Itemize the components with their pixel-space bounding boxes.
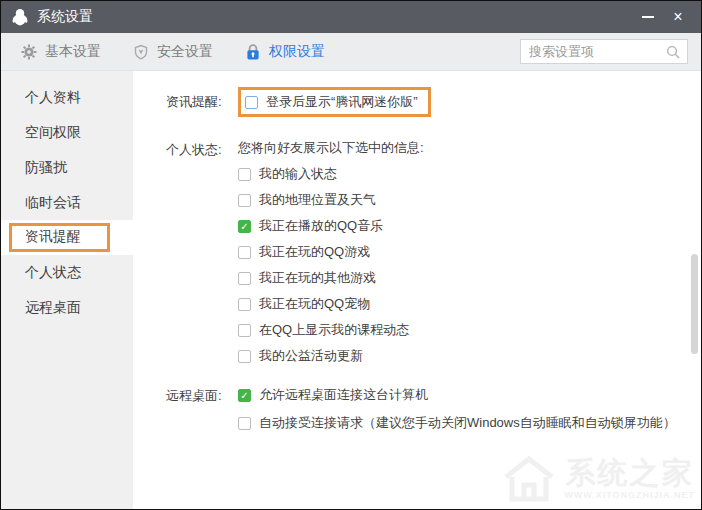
- sidebar-item[interactable]: 防骚扰: [1, 150, 133, 185]
- sidebar-item-label: 个人状态: [25, 264, 81, 282]
- search-icon[interactable]: [665, 44, 681, 60]
- section-personal-status: 个人状态: 您将向好友展示以下选中的信息:我的输入状态我的地理位置及天气✓我正在…: [166, 135, 701, 369]
- section-label: 远程桌面:: [166, 381, 238, 405]
- checkbox-unchecked[interactable]: [238, 417, 251, 430]
- checkbox-unchecked[interactable]: [238, 350, 251, 363]
- tab-label: 基本设置: [45, 43, 101, 61]
- checkbox-row: 我正在玩的QQ游戏: [238, 239, 424, 265]
- checkbox-unchecked[interactable]: [238, 246, 251, 259]
- checkbox-row: 我正在玩的QQ宠物: [238, 291, 424, 317]
- checkbox-unchecked[interactable]: [238, 194, 251, 207]
- sidebar-item-label: 防骚扰: [25, 159, 67, 177]
- checkbox-label: 在QQ上显示我的课程动态: [259, 321, 409, 339]
- tab-permission-settings[interactable]: 权限设置: [245, 43, 325, 61]
- checkbox-label: 登录后显示“腾讯网迷你版”: [266, 93, 418, 111]
- checkbox-unchecked[interactable]: [238, 324, 251, 337]
- checkbox-unchecked[interactable]: [238, 168, 251, 181]
- tabbar: 基本设置 安全设置 权限设置: [1, 33, 701, 71]
- shield-icon: [133, 44, 149, 60]
- qq-penguin-icon: [11, 8, 29, 26]
- sidebar-item-label: 远程桌面: [25, 299, 81, 317]
- checkbox-row: 我的公益活动更新: [238, 343, 424, 369]
- checkbox-row: 我的输入状态: [238, 161, 424, 187]
- window-title: 系统设置: [37, 8, 633, 26]
- sidebar-item[interactable]: 资讯提醒: [1, 220, 133, 255]
- checkbox-row: 自动接受连接请求（建议您手动关闭Windows自动睡眠和自动锁屏功能）: [238, 409, 676, 437]
- checkbox-row: ✓允许远程桌面连接这台计算机: [238, 381, 676, 409]
- tab-label: 权限设置: [269, 43, 325, 61]
- section-rows: 您将向好友展示以下选中的信息:我的输入状态我的地理位置及天气✓我正在播放的QQ音…: [238, 135, 424, 369]
- sidebar: 个人资料空间权限防骚扰临时会话资讯提醒个人状态远程桌面: [1, 71, 133, 509]
- checkbox-label: 我正在玩的QQ宠物: [259, 295, 370, 313]
- search-box: [520, 39, 688, 64]
- checkbox-row: 在QQ上显示我的课程动态: [238, 317, 424, 343]
- tab-label: 安全设置: [157, 43, 213, 61]
- scrollbar-thumb[interactable]: [691, 254, 698, 354]
- checkbox-label: 我的输入状态: [259, 165, 337, 183]
- checkbox-label: 我正在玩的其他游戏: [259, 269, 376, 287]
- sidebar-item-label: 个人资料: [25, 89, 81, 107]
- section-rows: 登录后显示“腾讯网迷你版”: [238, 87, 431, 117]
- checkbox-label: 我的公益活动更新: [259, 347, 363, 365]
- tab-basic-settings[interactable]: 基本设置: [21, 43, 101, 61]
- sidebar-item[interactable]: 远程桌面: [1, 290, 133, 325]
- section-intro: 您将向好友展示以下选中的信息:: [238, 135, 424, 161]
- titlebar: 系统设置 ×: [1, 1, 701, 33]
- checkbox-row: 我正在玩的其他游戏: [238, 265, 424, 291]
- minimize-button[interactable]: [633, 4, 663, 30]
- checkbox-label: 自动接受连接请求（建议您手动关闭Windows自动睡眠和自动锁屏功能）: [259, 414, 676, 432]
- sidebar-item[interactable]: 空间权限: [1, 115, 133, 150]
- sidebar-item-label: 资讯提醒: [9, 223, 110, 252]
- checkbox-label: 我正在玩的QQ游戏: [259, 243, 370, 261]
- checkbox-row: 我的地理位置及天气: [238, 187, 424, 213]
- close-icon: ×: [673, 9, 682, 25]
- sidebar-item[interactable]: 个人资料: [1, 80, 133, 115]
- section-remote-desktop: 远程桌面: ✓允许远程桌面连接这台计算机自动接受连接请求（建议您手动关闭Wind…: [166, 381, 701, 437]
- checkbox-label: 我正在播放的QQ音乐: [259, 217, 383, 235]
- tab-security-settings[interactable]: 安全设置: [133, 43, 213, 61]
- checkbox-row: ✓我正在播放的QQ音乐: [238, 213, 424, 239]
- sidebar-item[interactable]: 临时会话: [1, 185, 133, 220]
- checkbox-unchecked[interactable]: [238, 272, 251, 285]
- settings-window: 系统设置 × 基本设置 安全设置: [0, 0, 702, 510]
- section-label: 资讯提醒:: [166, 87, 238, 111]
- settings-body: 个人资料空间权限防骚扰临时会话资讯提醒个人状态远程桌面 资讯提醒: 登录后显示“…: [1, 71, 701, 509]
- checkbox-unchecked[interactable]: [238, 298, 251, 311]
- section-rows: ✓允许远程桌面连接这台计算机自动接受连接请求（建议您手动关闭Windows自动睡…: [238, 381, 676, 437]
- search-input[interactable]: [529, 44, 665, 59]
- lock-icon: [245, 44, 261, 60]
- sidebar-item-label: 临时会话: [25, 194, 81, 212]
- minimize-icon: [642, 16, 654, 18]
- checkbox-row: 登录后显示“腾讯网迷你版”: [238, 87, 431, 117]
- section-news-reminder: 资讯提醒: 登录后显示“腾讯网迷你版”: [166, 87, 701, 117]
- gear-icon: [21, 44, 37, 60]
- sidebar-item[interactable]: 个人状态: [1, 255, 133, 290]
- content-panel: 资讯提醒: 登录后显示“腾讯网迷你版” 个人状态: 您将向好友展示以下选中的信息…: [133, 71, 701, 509]
- checkbox-label: 我的地理位置及天气: [259, 191, 376, 209]
- sidebar-item-label: 空间权限: [25, 124, 81, 142]
- section-label: 个人状态:: [166, 135, 238, 159]
- close-button[interactable]: ×: [663, 4, 693, 30]
- checkbox-label: 允许远程桌面连接这台计算机: [259, 386, 428, 404]
- checkbox-checked[interactable]: ✓: [238, 220, 251, 233]
- checkbox-unchecked[interactable]: [245, 96, 258, 109]
- checkbox-checked[interactable]: ✓: [238, 389, 251, 402]
